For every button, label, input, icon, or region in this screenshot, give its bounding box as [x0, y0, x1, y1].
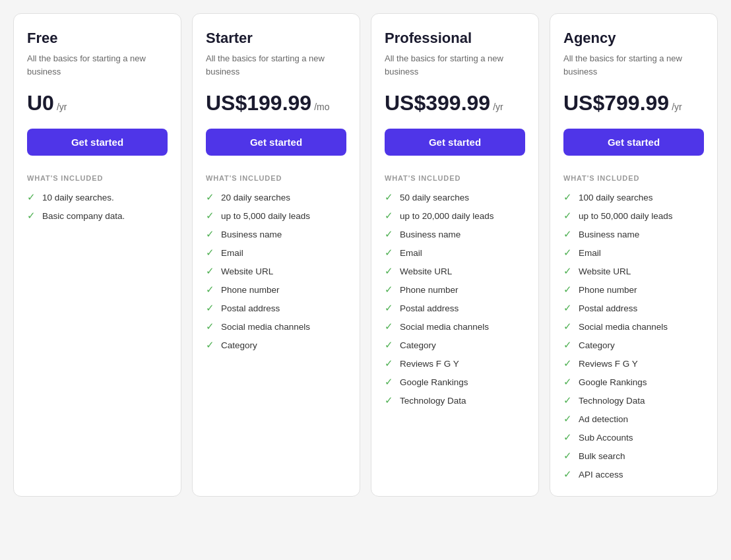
checkmark-icon: ✓ — [385, 358, 393, 369]
feature-text: Social media channels — [400, 322, 489, 332]
checkmark-icon: ✓ — [563, 265, 572, 277]
plan-card-starter: StarterAll the basics for starting a new… — [192, 13, 360, 497]
checkmark-icon: ✓ — [385, 339, 393, 351]
feature-text: Ad detection — [579, 414, 628, 424]
feature-text: Social media channels — [221, 322, 310, 332]
list-item: ✓Basic company data. — [27, 210, 168, 222]
list-item: ✓Technology Data — [563, 394, 704, 406]
feature-text: up to 20,000 daily leads — [400, 211, 494, 221]
feature-text: up to 5,000 daily leads — [221, 211, 310, 221]
what-included-label-agency: WHAT'S INCLUDED — [563, 174, 704, 182]
checkmark-icon: ✓ — [385, 394, 393, 406]
what-included-label-professional: WHAT'S INCLUDED — [385, 174, 525, 182]
feature-text: 50 daily searches — [400, 193, 469, 202]
plan-description-professional: All the basics for starting a new busine… — [385, 52, 525, 78]
checkmark-icon: ✓ — [563, 358, 572, 369]
feature-text: Reviews F G Y — [400, 359, 459, 369]
list-item: ✓up to 20,000 daily leads — [385, 210, 525, 222]
checkmark-icon: ✓ — [206, 265, 214, 277]
get-started-button-starter[interactable]: Get started — [206, 129, 346, 156]
checkmark-icon: ✓ — [206, 339, 214, 351]
checkmark-icon: ✓ — [385, 321, 393, 332]
checkmark-icon: ✓ — [385, 210, 393, 222]
checkmark-icon: ✓ — [385, 376, 393, 388]
pricing-grid: FreeAll the basics for starting a new bu… — [13, 13, 718, 497]
checkmark-icon: ✓ — [563, 302, 572, 314]
list-item: ✓Postal address — [385, 302, 525, 314]
price-period-agency: /yr — [672, 102, 682, 112]
checkmark-icon: ✓ — [206, 284, 214, 296]
checkmark-icon: ✓ — [563, 247, 572, 259]
feature-text: Technology Data — [400, 396, 466, 406]
list-item: ✓Category — [206, 339, 346, 351]
list-item: ✓20 daily searches — [206, 191, 346, 203]
feature-text: Category — [221, 340, 257, 350]
list-item: ✓100 daily searches — [563, 191, 704, 203]
checkmark-icon: ✓ — [563, 394, 572, 406]
list-item: ✓Website URL — [563, 265, 704, 277]
plan-price-free: U0/yr — [27, 91, 168, 115]
list-item: ✓Email — [563, 247, 704, 259]
price-period-free: /yr — [57, 102, 67, 112]
checkmark-icon: ✓ — [385, 247, 393, 259]
list-item: ✓50 daily searches — [385, 191, 525, 203]
get-started-button-free[interactable]: Get started — [27, 129, 168, 156]
feature-text: Technology Data — [579, 396, 645, 406]
feature-text: Postal address — [579, 303, 637, 313]
list-item: ✓Email — [385, 247, 525, 259]
list-item: ✓Postal address — [563, 302, 704, 314]
feature-text: Email — [579, 248, 601, 258]
plan-card-agency: AgencyAll the basics for starting a new … — [550, 13, 718, 497]
feature-text: Phone number — [221, 285, 280, 295]
what-included-label-free: WHAT'S INCLUDED — [27, 174, 168, 182]
checkmark-icon: ✓ — [206, 321, 214, 332]
get-started-button-agency[interactable]: Get started — [563, 129, 704, 156]
feature-text: 10 daily searches. — [42, 193, 114, 202]
checkmark-icon: ✓ — [563, 413, 572, 425]
feature-text: Google Rankings — [579, 377, 647, 387]
feature-text: up to 50,000 daily leads — [579, 211, 673, 221]
list-item: ✓up to 50,000 daily leads — [563, 210, 704, 222]
plan-price-professional: US$399.99/yr — [385, 91, 525, 115]
plan-card-free: FreeAll the basics for starting a new bu… — [13, 13, 181, 497]
price-amount-agency: US$799.99 — [563, 91, 669, 115]
feature-text: Basic company data. — [42, 211, 125, 221]
list-item: ✓Business name — [385, 228, 525, 240]
feature-list-agency: ✓100 daily searches✓up to 50,000 daily l… — [563, 191, 704, 480]
feature-text: Email — [221, 248, 243, 258]
feature-text: Sub Accounts — [579, 433, 633, 443]
list-item: ✓Postal address — [206, 302, 346, 314]
checkmark-icon: ✓ — [563, 468, 572, 480]
checkmark-icon: ✓ — [385, 191, 393, 203]
feature-text: Reviews F G Y — [579, 359, 638, 369]
list-item: ✓Social media channels — [206, 321, 346, 332]
list-item: ✓Phone number — [563, 284, 704, 296]
feature-text: Phone number — [400, 285, 459, 295]
list-item: ✓Google Rankings — [385, 376, 525, 388]
plan-name-starter: Starter — [206, 30, 346, 47]
checkmark-icon: ✓ — [563, 191, 572, 203]
get-started-button-professional[interactable]: Get started — [385, 129, 525, 156]
feature-text: Business name — [221, 230, 282, 239]
feature-list-starter: ✓20 daily searches✓up to 5,000 daily lea… — [206, 191, 346, 351]
list-item: ✓Website URL — [385, 265, 525, 277]
plan-description-starter: All the basics for starting a new busine… — [206, 52, 346, 78]
list-item: ✓Bulk search — [563, 450, 704, 462]
checkmark-icon: ✓ — [385, 302, 393, 314]
feature-text: Bulk search — [579, 451, 625, 461]
feature-text: Google Rankings — [400, 377, 468, 387]
plan-name-agency: Agency — [563, 30, 704, 47]
list-item: ✓Category — [563, 339, 704, 351]
feature-text: Category — [400, 340, 436, 350]
feature-text: Website URL — [221, 266, 273, 276]
checkmark-icon: ✓ — [563, 228, 572, 240]
price-period-starter: /mo — [314, 102, 329, 112]
list-item: ✓Social media channels — [563, 321, 704, 332]
list-item: ✓Phone number — [385, 284, 525, 296]
plan-price-agency: US$799.99/yr — [563, 91, 704, 115]
plan-card-professional: ProfessionalAll the basics for starting … — [371, 13, 539, 497]
checkmark-icon: ✓ — [206, 247, 214, 259]
checkmark-icon: ✓ — [563, 210, 572, 222]
plan-description-agency: All the basics for starting a new busine… — [563, 52, 704, 78]
price-amount-professional: US$399.99 — [385, 91, 490, 115]
